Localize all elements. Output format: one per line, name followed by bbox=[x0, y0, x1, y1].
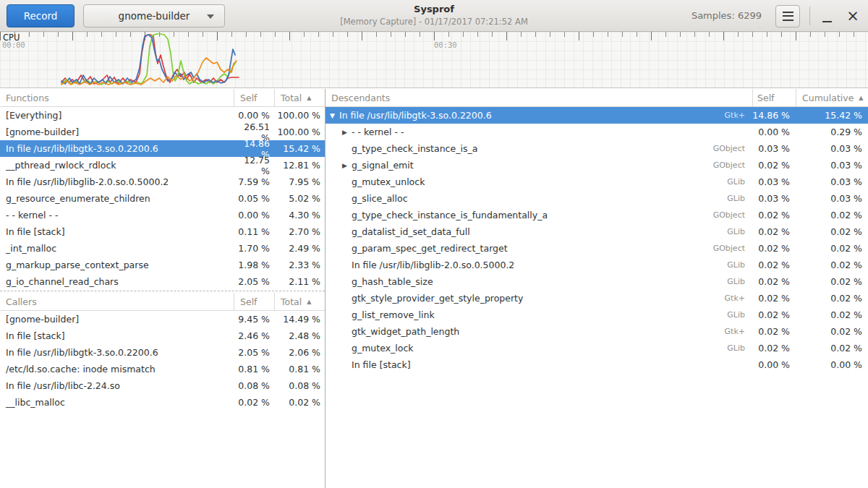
row-function-name-cell: g_mutex_lockGLib bbox=[326, 343, 752, 354]
library-badge: GLib bbox=[727, 310, 745, 320]
row-function-name: In file /usr/lib/libgtk-3.so.0.2200.6 bbox=[0, 143, 234, 154]
target-process-label: gnome-builder bbox=[119, 10, 190, 22]
column-header-self[interactable]: Self bbox=[234, 89, 274, 107]
table-row[interactable]: g_list_remove_linkGLib0.02 %0.02 % bbox=[326, 307, 868, 323]
table-row[interactable]: __pthread_rwlock_rdlock12.75 %12.81 % bbox=[0, 157, 325, 174]
row-function-name-cell: ▶- - kernel - - bbox=[326, 127, 752, 137]
table-row[interactable]: g_datalist_id_set_data_fullGLib0.02 %0.0… bbox=[326, 223, 868, 240]
row-function-name: g_resource_enumerate_children bbox=[0, 193, 234, 204]
table-row[interactable]: In file /usr/lib/libgtk-3.so.0.2200.614.… bbox=[0, 140, 325, 157]
column-header-callers[interactable]: Callers bbox=[0, 296, 234, 307]
row-cumulative-percent: 0.02 % bbox=[796, 260, 868, 270]
table-row[interactable]: gtk_style_provider_get_style_propertyGtk… bbox=[326, 290, 868, 307]
column-header-total[interactable]: Total ▲ bbox=[274, 89, 325, 107]
row-self-percent: 0.03 % bbox=[752, 143, 796, 154]
time-label-mid: 00:30 bbox=[434, 40, 457, 49]
close-button[interactable]: × bbox=[841, 4, 865, 27]
row-function-name: g_type_check_instance_is_a bbox=[352, 143, 713, 154]
table-row[interactable]: g_markup_parse_context_parse1.98 %2.33 % bbox=[0, 257, 325, 273]
table-row[interactable]: [gnome-builder]9.45 %14.49 % bbox=[0, 311, 325, 328]
column-header-total[interactable]: Total ▲ bbox=[274, 293, 325, 311]
row-function-name: In file /usr/lib/libc-2.24.so bbox=[0, 380, 234, 391]
menu-button[interactable] bbox=[775, 5, 800, 27]
table-row[interactable]: ▼In file /usr/lib/libgtk-3.so.0.2200.6Gt… bbox=[326, 107, 868, 124]
library-badge: GObject bbox=[713, 244, 745, 253]
row-function-name-cell: ▼In file /usr/lib/libgtk-3.so.0.2200.6Gt… bbox=[326, 110, 752, 121]
table-row[interactable]: g_type_check_instance_is_aGObject0.03 %0… bbox=[326, 140, 868, 157]
row-self-percent: 0.00 % bbox=[752, 127, 796, 137]
expander-open-icon[interactable]: ▼ bbox=[330, 112, 339, 119]
window-title: Sysprof bbox=[253, 4, 615, 14]
table-row[interactable]: - - kernel - -0.00 %4.30 % bbox=[0, 207, 325, 223]
row-function-name: g_datalist_id_set_data_full bbox=[352, 226, 727, 237]
row-self-percent: 0.02 % bbox=[752, 276, 796, 287]
row-function-name: In file [stack] bbox=[352, 359, 752, 370]
table-row[interactable]: [Everything]0.00 %100.00 % bbox=[0, 107, 325, 124]
row-total-percent: 100.00 % bbox=[275, 127, 325, 137]
table-row[interactable]: g_mutex_lockGLib0.02 %0.02 % bbox=[326, 340, 868, 356]
row-function-name: - - kernel - - bbox=[352, 127, 752, 137]
table-row[interactable]: g_param_spec_get_redirect_targetGObject0… bbox=[326, 240, 868, 257]
row-function-name-cell: g_param_spec_get_redirect_targetGObject bbox=[326, 243, 752, 254]
target-process-dropdown[interactable]: gnome-builder bbox=[83, 4, 225, 27]
sort-ascending-icon: ▲ bbox=[307, 299, 311, 305]
row-total-percent: 15.42 % bbox=[275, 143, 325, 154]
table-row[interactable]: g_type_check_instance_is_fundamentally_a… bbox=[326, 207, 868, 223]
row-total-percent: 5.02 % bbox=[275, 193, 325, 204]
row-total-percent: 2.33 % bbox=[275, 260, 325, 270]
table-row[interactable]: g_slice_allocGLib0.03 %0.03 % bbox=[326, 190, 868, 207]
table-row[interactable]: In file /usr/lib/libglib-2.0.so.0.5000.2… bbox=[0, 174, 325, 190]
row-function-name: In file [stack] bbox=[0, 330, 234, 341]
table-row[interactable]: g_io_channel_read_chars2.05 %2.11 % bbox=[0, 273, 325, 290]
cpu-timeline-graph[interactable]: CPU 00:00 00:30 bbox=[0, 32, 868, 88]
table-row[interactable]: In file /usr/lib/libglib-2.0.so.0.5000.2… bbox=[326, 257, 868, 273]
row-function-name-cell: In file /usr/lib/libglib-2.0.so.0.5000.2… bbox=[326, 260, 752, 270]
column-header-descendants[interactable]: Descendants bbox=[326, 93, 752, 103]
table-row[interactable]: /etc/ld.so.cache: inode mismatch0.81 %0.… bbox=[0, 361, 325, 377]
close-icon: × bbox=[846, 4, 859, 27]
library-badge: GObject bbox=[713, 160, 745, 170]
library-badge: Gtk+ bbox=[725, 327, 745, 336]
library-badge: GLib bbox=[727, 194, 745, 203]
total-header-label: Total bbox=[281, 296, 302, 307]
row-self-percent: 14.86 % bbox=[752, 110, 796, 121]
row-cumulative-percent: 0.03 % bbox=[796, 193, 868, 204]
library-badge: GLib bbox=[727, 343, 745, 353]
table-row[interactable]: In file /usr/lib/libc-2.24.so0.08 %0.08 … bbox=[0, 377, 325, 394]
column-header-cumulative[interactable]: Cumulative ▲ bbox=[796, 89, 868, 107]
row-total-percent: 2.48 % bbox=[275, 330, 325, 341]
table-row[interactable]: In file /usr/lib/libgtk-3.so.0.2200.62.0… bbox=[0, 344, 325, 361]
row-function-name-cell: g_datalist_id_set_data_fullGLib bbox=[326, 226, 752, 237]
table-row[interactable]: ▶g_signal_emitGObject0.02 %0.03 % bbox=[326, 157, 868, 174]
expander-closed-icon[interactable]: ▶ bbox=[342, 129, 352, 136]
row-function-name-cell: g_type_check_instance_is_aGObject bbox=[326, 143, 752, 154]
row-function-name-cell: g_hash_table_sizeGLib bbox=[326, 276, 752, 287]
record-button[interactable]: Record bbox=[7, 4, 75, 27]
table-row[interactable]: g_hash_table_sizeGLib0.02 %0.02 % bbox=[326, 273, 868, 290]
table-row[interactable]: __libc_malloc0.02 %0.02 % bbox=[0, 394, 325, 411]
column-header-functions[interactable]: Functions bbox=[0, 93, 234, 103]
row-function-name-cell: g_mutex_unlockGLib bbox=[326, 176, 752, 187]
minimize-button[interactable] bbox=[814, 4, 839, 27]
row-self-percent: 0.02 % bbox=[752, 260, 796, 270]
table-row[interactable]: g_resource_enumerate_children0.05 %5.02 … bbox=[0, 190, 325, 207]
row-function-name: g_markup_parse_context_parse bbox=[0, 260, 234, 270]
cpu-red-line bbox=[61, 35, 239, 84]
expander-closed-icon[interactable]: ▶ bbox=[342, 162, 352, 169]
column-header-self[interactable]: Self bbox=[234, 293, 274, 311]
row-self-percent: 12.75 % bbox=[234, 155, 275, 176]
table-row[interactable]: In file [stack]2.46 %2.48 % bbox=[0, 328, 325, 344]
table-row[interactable]: In file [stack]0.00 %0.00 % bbox=[326, 356, 868, 373]
row-function-name: g_slice_alloc bbox=[352, 193, 727, 204]
table-row[interactable]: In file [stack]0.11 %2.70 % bbox=[0, 223, 325, 240]
column-header-self[interactable]: Self bbox=[752, 89, 796, 107]
library-badge: GLib bbox=[727, 227, 745, 236]
row-self-percent: 7.59 % bbox=[234, 176, 275, 187]
row-function-name-cell: ▶g_signal_emitGObject bbox=[326, 160, 752, 171]
table-row[interactable]: ▶- - kernel - -0.00 %0.29 % bbox=[326, 124, 868, 140]
time-label-start: 00:00 bbox=[2, 40, 25, 49]
table-row[interactable]: g_mutex_unlockGLib0.03 %0.03 % bbox=[326, 174, 868, 190]
table-row[interactable]: _int_malloc1.70 %2.49 % bbox=[0, 240, 325, 257]
table-row[interactable]: gtk_widget_path_lengthGtk+0.02 %0.02 % bbox=[326, 323, 868, 340]
table-row[interactable]: [gnome-builder]26.51 %100.00 % bbox=[0, 124, 325, 140]
